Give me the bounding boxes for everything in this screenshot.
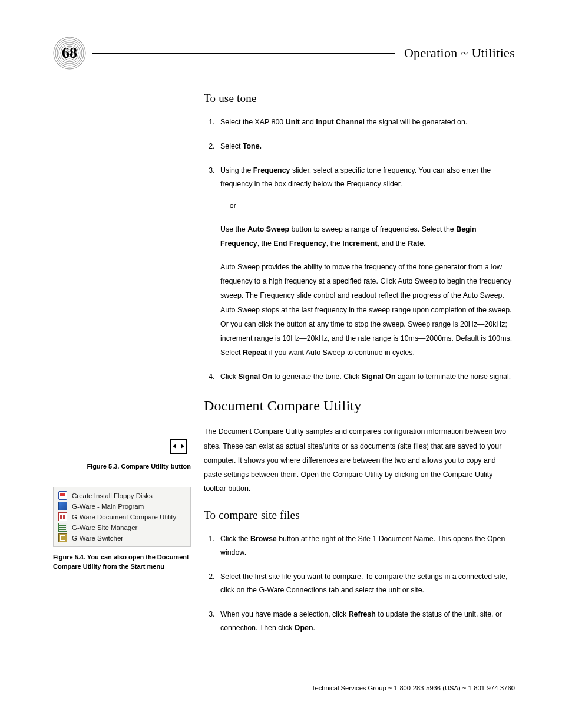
text: if you want Auto Sweep to continue in cy… <box>267 348 415 357</box>
text: Use the <box>220 225 247 233</box>
section-title-document-compare: Document Compare Utility <box>204 398 515 414</box>
page-number-badge: 68 <box>53 37 86 70</box>
page: 68 Operation ~ Utilities Figure 5.3. Com… <box>0 0 562 728</box>
text: When you have made a selection, click <box>220 610 349 618</box>
compare-utility-icon-wrap <box>53 439 191 456</box>
subheading-to-use-tone: To use tone <box>204 92 515 105</box>
text: , the <box>326 239 343 248</box>
text: Using the <box>220 166 253 174</box>
text: . <box>313 624 315 632</box>
compare-icon <box>58 512 67 521</box>
bold-end-frequency: End Frequency <box>273 239 326 248</box>
tone-step-3: Using the Frequency slider, select a spe… <box>217 164 515 360</box>
start-menu-item: G-Ware - Main Program <box>57 501 187 512</box>
sidebar-spacer <box>53 92 191 439</box>
or-separator: — or — <box>220 199 515 213</box>
sidebar: Figure 5.3. Compare Utility button Creat… <box>53 92 204 572</box>
step3-para3: Auto Sweep provides the ability to move … <box>220 260 515 360</box>
text: button to sweep a range of frequencies. … <box>289 225 456 233</box>
text: , and the <box>378 239 408 248</box>
text: the signal will be generated on. <box>365 118 467 126</box>
bold-signal-on-2: Signal On <box>362 373 396 381</box>
start-menu-screenshot: Create Install Floppy Disks G-Ware - Mai… <box>53 487 191 547</box>
compare-step-2: Select the first site file you want to c… <box>217 570 515 597</box>
step3-para2: Use the Auto Sweep button to sweep a ran… <box>220 222 515 251</box>
header-rule <box>92 53 395 54</box>
bold-browse: Browse <box>250 535 277 543</box>
tone-steps: Select the XAP 800 Unit and Input Channe… <box>204 116 515 384</box>
figure-5-3-caption: Figure 5.3. Compare Utility button <box>53 462 191 472</box>
gware-icon <box>58 502 67 510</box>
footer-group: Technical Services Group <box>312 684 386 691</box>
compare-step-1: Click the Browse button at the right of … <box>217 532 515 559</box>
text: . <box>424 239 425 248</box>
tone-step-1: Select the XAP 800 Unit and Input Channe… <box>217 116 515 129</box>
footer-phone-usa: 1-800-283-5936 (USA) <box>394 684 460 691</box>
start-menu-item: G-Ware Document Compare Utility <box>57 512 187 522</box>
bold-refresh: Refresh <box>349 610 376 618</box>
compare-utility-icon <box>170 439 187 454</box>
start-menu-item: G-Ware Switcher <box>57 533 187 543</box>
header-title-sep: ~ <box>458 45 472 60</box>
figure-5-4-caption: Figure 5.4. You can also open the Docume… <box>53 553 191 572</box>
page-header: 68 Operation ~ Utilities <box>53 37 515 70</box>
text: Select <box>220 142 243 150</box>
start-menu-label: G-Ware Switcher <box>72 535 123 542</box>
text: , the <box>257 239 274 248</box>
main-column: To use tone Select the XAP 800 Unit and … <box>204 92 515 649</box>
text: Click <box>220 373 238 381</box>
text: Auto Sweep provides the ability to move … <box>220 263 512 357</box>
compare-intro-paragraph: The Document Compare Utility samples and… <box>204 424 515 496</box>
floppy-icon <box>58 491 67 500</box>
page-number: 68 <box>53 37 86 70</box>
footer-phone-alt: 1-801-974-3760 <box>468 684 515 691</box>
bold-frequency: Frequency <box>253 166 290 174</box>
text: Select the first site file you want to c… <box>220 572 507 594</box>
header-title-prefix: Operation <box>404 45 458 60</box>
bold-rate: Rate <box>408 239 424 248</box>
page-footer: Technical Services Group ~ 1-800-283-593… <box>53 677 515 691</box>
header-title: Operation ~ Utilities <box>404 45 515 61</box>
start-menu-label: G-Ware Document Compare Utility <box>72 513 176 521</box>
footer-rule <box>53 677 515 677</box>
tone-step-4: Click Signal On to generate the tone. Cl… <box>217 370 515 384</box>
footer-sep: ~ <box>386 684 394 691</box>
start-menu-label: Create Install Floppy Disks <box>72 492 153 499</box>
bold-increment: Increment <box>342 239 377 248</box>
start-menu-item: G-Ware Site Manager <box>57 522 187 533</box>
compare-steps: Click the Browse button at the right of … <box>204 532 515 635</box>
header-title-suffix: Utilities <box>471 45 515 60</box>
text: Select the XAP 800 <box>220 118 286 126</box>
tone-step-2: Select Tone. <box>217 140 515 153</box>
bold-input-channel: Input Channel <box>316 118 365 126</box>
content: Figure 5.3. Compare Utility button Creat… <box>53 92 515 649</box>
footer-text: Technical Services Group ~ 1-800-283-593… <box>53 684 515 691</box>
footer-sep: ~ <box>461 684 468 691</box>
bold-unit: Unit <box>286 118 300 126</box>
text: to generate the tone. Click <box>272 373 362 381</box>
bold-repeat: Repeat <box>243 348 267 357</box>
compare-step-3: When you have made a selection, click Re… <box>217 608 515 635</box>
bold-auto-sweep: Auto Sweep <box>247 225 289 233</box>
text: again to terminate the noise signal. <box>395 373 511 381</box>
text: Click the <box>220 535 250 543</box>
start-menu-label: G-Ware - Main Program <box>72 503 144 510</box>
bold-signal-on-1: Signal On <box>238 373 272 381</box>
start-menu-item: Create Install Floppy Disks <box>57 490 187 501</box>
text: and <box>300 118 316 126</box>
site-manager-icon <box>58 523 67 532</box>
subheading-to-compare-site-files: To compare site files <box>204 509 515 522</box>
bold-open: Open <box>295 624 313 632</box>
start-menu-label: G-Ware Site Manager <box>72 524 137 531</box>
switcher-icon <box>58 533 67 542</box>
bold-tone: Tone. <box>243 142 262 150</box>
